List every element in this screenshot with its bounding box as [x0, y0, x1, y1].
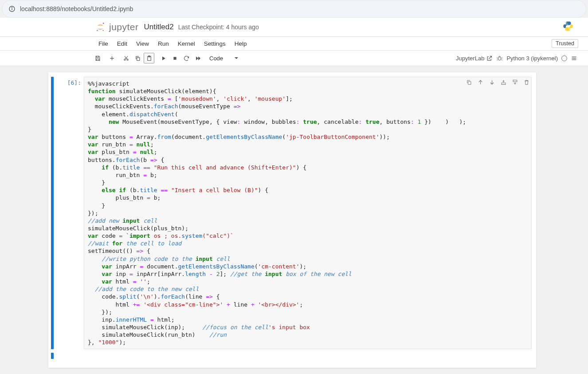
open-jupyterlab-button[interactable]: JupyterLab — [456, 55, 493, 62]
paste-button[interactable] — [144, 53, 154, 63]
menu-icon — [571, 55, 577, 62]
kernel-name-label: Python 3 (ipykernel) — [506, 55, 558, 62]
more-menu-button[interactable] — [571, 55, 577, 62]
bug-icon — [496, 55, 503, 62]
restart-run-all-button[interactable] — [192, 53, 203, 63]
header-row: jupyter Untitled2 Last Checkpoint: 4 hou… — [0, 18, 588, 36]
menu-item-edit[interactable]: Edit — [113, 39, 132, 49]
svg-point-12 — [124, 59, 125, 60]
code-cell[interactable]: [6]: %%javascript function simulateMouse… — [51, 77, 532, 349]
svg-point-13 — [127, 59, 128, 60]
svg-line-26 — [502, 59, 502, 60]
svg-rect-36 — [513, 80, 517, 82]
svg-point-2 — [12, 8, 12, 8]
svg-line-21 — [497, 57, 498, 58]
checkpoint-text: Last Checkpoint: 4 hours ago — [178, 24, 259, 31]
svg-point-6 — [566, 22, 567, 23]
duplicate-cell-button[interactable] — [465, 79, 472, 86]
toolbar: Code JupyterLab Python 3 (ipykernel) — [0, 51, 588, 66]
insert-above-button[interactable] — [500, 79, 507, 86]
svg-rect-30 — [468, 81, 470, 84]
svg-point-3 — [103, 23, 104, 24]
svg-rect-8 — [97, 56, 98, 57]
move-up-button[interactable] — [477, 79, 484, 86]
cell-collapser[interactable] — [51, 353, 54, 359]
menu-bar: FileEditViewRunKernelSettingsHelp Truste… — [0, 37, 588, 51]
delete-cell-button[interactable] — [523, 79, 530, 86]
celltype-label: Code — [209, 55, 223, 62]
debugger-button[interactable] — [496, 55, 503, 62]
cut-button[interactable] — [121, 53, 131, 63]
chevron-down-icon — [234, 56, 239, 60]
code-editor[interactable]: %%javascript function simulateMouseClick… — [84, 77, 532, 349]
menu-item-settings[interactable]: Settings — [200, 39, 230, 49]
notebook: [6]: %%javascript function simulateMouse… — [48, 72, 536, 368]
trusted-badge[interactable]: Trusted — [552, 39, 578, 48]
svg-rect-19 — [173, 57, 176, 59]
restart-button[interactable] — [181, 53, 192, 63]
kernel-idle-icon — [561, 55, 567, 61]
workspace: jupyter Untitled2 Last Checkpoint: 4 hou… — [0, 18, 588, 374]
move-down-button[interactable] — [488, 79, 495, 86]
url-bar[interactable]: localhost:8889/notebooks/Untitled2.ipynb — [2, 0, 586, 18]
insert-below-button[interactable] — [511, 79, 518, 86]
svg-rect-35 — [502, 83, 506, 84]
menu-item-run[interactable]: Run — [153, 39, 173, 49]
svg-point-5 — [103, 30, 104, 31]
svg-line-23 — [497, 59, 498, 60]
url-text: localhost:8889/notebooks/Untitled2.ipynb — [20, 5, 133, 12]
menu-item-view[interactable]: View — [132, 39, 153, 49]
copy-button[interactable] — [132, 53, 143, 63]
cell-toolbar — [465, 79, 530, 86]
notebook-title[interactable]: Untitled2 — [144, 23, 174, 31]
celltype-select[interactable]: Code — [207, 53, 241, 63]
jupyter-logo[interactable]: jupyter — [95, 22, 139, 32]
empty-cell[interactable] — [51, 353, 532, 359]
kernel-name[interactable]: Python 3 (ipykernel) — [506, 55, 558, 62]
cell-prompt: [6]: — [55, 77, 84, 349]
run-button[interactable] — [158, 53, 169, 63]
insert-cell-button[interactable] — [106, 53, 117, 63]
brand-text: jupyter — [109, 22, 139, 32]
notebook-header-band: jupyter Untitled2 Last Checkpoint: 4 hou… — [0, 18, 588, 37]
interrupt-button[interactable] — [169, 53, 180, 63]
svg-rect-16 — [137, 57, 139, 60]
content-area: [6]: %%javascript function simulateMouse… — [0, 66, 588, 374]
jupyterlab-label: JupyterLab — [456, 55, 484, 62]
svg-rect-9 — [97, 59, 99, 60]
svg-point-20 — [498, 57, 501, 60]
menu-item-file[interactable]: File — [94, 39, 113, 49]
svg-line-24 — [502, 57, 502, 58]
external-link-icon — [486, 55, 493, 62]
svg-point-4 — [97, 30, 98, 31]
menu-item-help[interactable]: Help — [230, 39, 251, 49]
python-icon — [562, 20, 574, 32]
svg-point-7 — [569, 29, 570, 30]
save-button[interactable] — [92, 53, 103, 63]
python-kernel-logo[interactable] — [562, 20, 574, 34]
cell-collapser[interactable] — [51, 77, 54, 349]
info-icon — [8, 5, 16, 12]
kernel-status[interactable] — [561, 55, 567, 61]
jupyter-icon — [95, 22, 106, 32]
menu-item-kernel[interactable]: Kernel — [173, 39, 200, 49]
